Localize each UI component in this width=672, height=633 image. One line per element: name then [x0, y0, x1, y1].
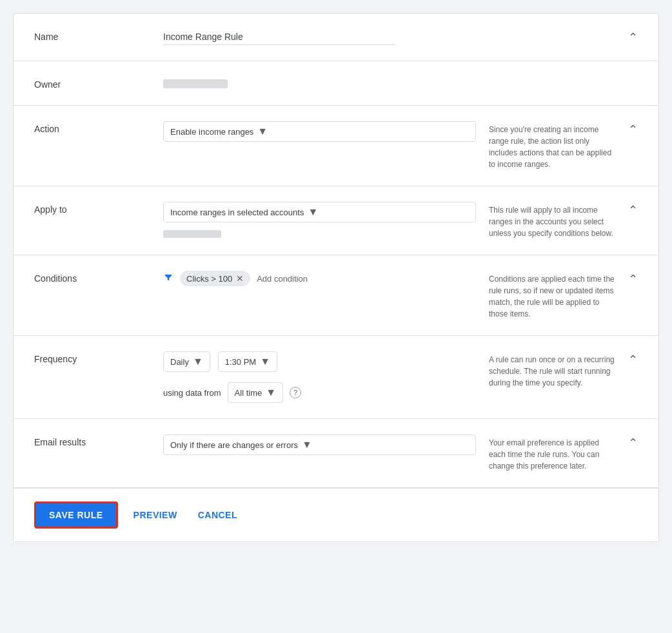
- apply-label: Apply to: [34, 202, 163, 215]
- action-section: Action Enable income ranges ▼ Since you'…: [14, 106, 658, 186]
- apply-dropdown[interactable]: Income ranges in selected accounts ▼: [163, 202, 476, 222]
- condition-chip[interactable]: Clicks > 100 ✕: [180, 271, 250, 286]
- email-collapse-icon[interactable]: ⌃: [628, 434, 638, 450]
- frequency-label: Frequency: [34, 351, 163, 364]
- help-icon[interactable]: ?: [290, 387, 301, 398]
- name-label: Name: [34, 29, 163, 42]
- frequency-row: Daily ▼ 1:30 PM ▼: [163, 351, 476, 372]
- time-value: 1:30 PM: [225, 357, 256, 367]
- owner-blur: [163, 79, 228, 88]
- data-from-value: All time: [235, 388, 262, 398]
- email-dropdown-value: Only if there are changes or errors: [170, 440, 298, 450]
- name-content: [163, 29, 476, 45]
- owner-section: Owner: [14, 61, 658, 106]
- data-from-dropdown[interactable]: All time ▼: [228, 382, 283, 403]
- action-label: Action: [34, 121, 163, 134]
- apply-dropdown-value: Income ranges in selected accounts: [170, 208, 304, 217]
- frequency-arrow-icon: ▼: [193, 356, 203, 367]
- time-arrow-icon: ▼: [260, 356, 270, 367]
- condition-chip-close-icon[interactable]: ✕: [236, 273, 244, 284]
- data-from-row: using data from All time ▼ ?: [163, 382, 476, 403]
- frequency-section: Frequency Daily ▼ 1:30 PM ▼ using data f…: [14, 336, 658, 419]
- conditions-section: Conditions Clicks > 100 ✕ Add condition …: [14, 255, 658, 336]
- time-dropdown[interactable]: 1:30 PM ▼: [218, 351, 277, 372]
- conditions-label: Conditions: [34, 271, 163, 284]
- cancel-button[interactable]: CANCEL: [193, 503, 242, 527]
- footer: SAVE RULE PREVIEW CANCEL: [14, 488, 658, 541]
- apply-dropdown-arrow-icon: ▼: [308, 206, 318, 218]
- condition-chip-label: Clicks > 100: [186, 274, 232, 284]
- email-content: Only if there are changes or errors ▼: [163, 434, 476, 455]
- owner-content: [163, 77, 638, 88]
- frequency-hint: A rule can run once or on a recurring sc…: [476, 351, 618, 389]
- action-hint: Since you're creating an income range ru…: [476, 121, 618, 170]
- add-condition-button[interactable]: Add condition: [257, 274, 308, 284]
- email-arrow-icon: ▼: [302, 439, 312, 451]
- email-hint: Your email preference is applied each ti…: [476, 434, 618, 472]
- name-collapse-icon[interactable]: ⌃: [628, 29, 638, 44]
- conditions-content: Clicks > 100 ✕ Add condition: [163, 271, 476, 286]
- apply-section: Apply to Income ranges in selected accou…: [14, 186, 658, 255]
- frequency-value: Daily: [170, 357, 189, 367]
- conditions-row: Clicks > 100 ✕ Add condition: [163, 271, 476, 286]
- apply-collapse-icon[interactable]: ⌃: [628, 202, 638, 217]
- action-collapse-icon[interactable]: ⌃: [628, 121, 638, 137]
- data-from-arrow-icon: ▼: [266, 387, 276, 398]
- name-section: Name ⌃: [14, 14, 658, 61]
- apply-hint: This rule will apply to all income range…: [476, 202, 618, 239]
- owner-label: Owner: [34, 77, 163, 90]
- action-dropdown-arrow-icon: ▼: [257, 126, 268, 137]
- data-from-label: using data from: [163, 388, 221, 398]
- email-section: Email results Only if there are changes …: [14, 419, 658, 488]
- apply-account-blur: [163, 230, 221, 238]
- frequency-content: Daily ▼ 1:30 PM ▼ using data from All ti…: [163, 351, 476, 403]
- name-hint: [476, 29, 618, 32]
- preview-button[interactable]: PREVIEW: [128, 503, 183, 527]
- conditions-hint: Conditions are applied each time the rul…: [476, 271, 618, 320]
- save-rule-button[interactable]: SAVE RULE: [34, 502, 118, 529]
- name-input[interactable]: [163, 29, 395, 45]
- frequency-collapse-icon[interactable]: ⌃: [628, 351, 638, 367]
- email-dropdown[interactable]: Only if there are changes or errors ▼: [163, 434, 476, 455]
- apply-content: Income ranges in selected accounts ▼: [163, 202, 476, 238]
- conditions-collapse-icon[interactable]: ⌃: [628, 271, 638, 286]
- email-label: Email results: [34, 434, 163, 447]
- filter-icon: [163, 272, 173, 285]
- action-dropdown[interactable]: Enable income ranges ▼: [163, 121, 476, 142]
- rule-editor-container: Name ⌃ Owner Action Enable income ranges…: [13, 13, 659, 542]
- action-dropdown-value: Enable income ranges: [170, 127, 253, 137]
- frequency-dropdown[interactable]: Daily ▼: [163, 351, 210, 372]
- action-content: Enable income ranges ▼: [163, 121, 476, 142]
